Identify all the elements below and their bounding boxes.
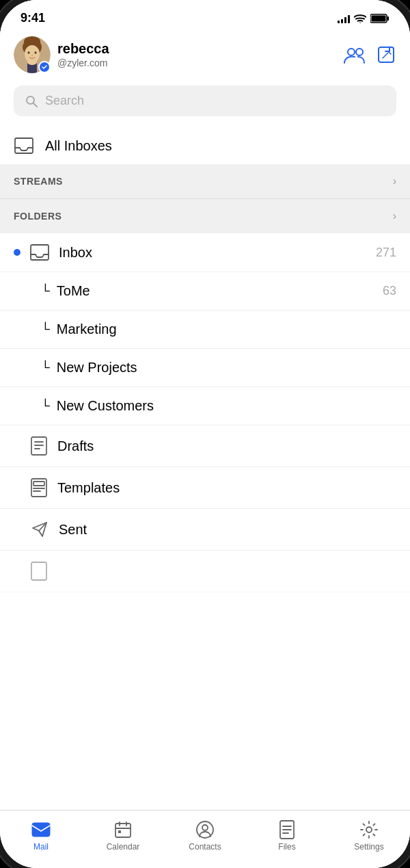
calendar-nav-icon (113, 820, 133, 839)
svg-point-33 (202, 825, 208, 830)
svg-rect-26 (32, 823, 50, 837)
new-customers-label: New Customers (57, 398, 396, 414)
svg-rect-27 (115, 824, 131, 837)
tome-item[interactable]: └ ToMe 63 (0, 272, 410, 311)
files-nav-label: Files (278, 842, 295, 852)
svg-line-16 (389, 52, 391, 54)
svg-rect-3 (372, 15, 386, 21)
folders-label: FOLDERS (14, 211, 62, 222)
svg-point-10 (31, 55, 33, 56)
templates-item[interactable]: Templates (0, 467, 410, 509)
marketing-item[interactable]: └ Marketing (0, 311, 410, 349)
inbox-item[interactable]: Inbox 271 (0, 233, 410, 272)
inbox-label: Inbox (59, 245, 376, 261)
user-info: rebecca @zyler.com (57, 41, 343, 69)
svg-rect-23 (33, 482, 44, 486)
marketing-arrow: └ (41, 322, 50, 337)
nav-contacts[interactable]: Contacts (164, 817, 246, 854)
settings-nav-icon (359, 820, 379, 839)
all-inboxes-label: All Inboxes (45, 138, 112, 154)
wifi-icon (354, 14, 366, 23)
header-actions (343, 44, 396, 65)
new-projects-label: New Projects (57, 360, 396, 376)
status-time: 9:41 (20, 11, 45, 25)
calendar-nav-label: Calendar (107, 842, 140, 852)
compose-icon (376, 44, 396, 65)
contacts-nav-label: Contacts (189, 842, 221, 852)
user-email: @zyler.com (57, 57, 107, 68)
folders-chevron: › (393, 210, 396, 222)
nav-mail[interactable]: Mail (0, 817, 82, 854)
new-customers-arrow: └ (41, 399, 50, 413)
sent-label: Sent (59, 522, 396, 538)
svg-point-35 (366, 827, 372, 832)
sent-icon (30, 520, 49, 539)
inbox-item-icon (30, 244, 49, 261)
search-placeholder: Search (45, 94, 84, 108)
group-icon (343, 45, 365, 64)
tome-label: ToMe (57, 283, 383, 299)
sent-item[interactable]: Sent (0, 509, 410, 551)
search-icon (25, 94, 38, 108)
phone-inner: 9:41 (0, 0, 410, 868)
phone-frame: 9:41 (0, 0, 410, 868)
new-projects-arrow: └ (41, 360, 50, 375)
templates-icon (30, 478, 48, 497)
search-bar[interactable]: Search (14, 86, 396, 116)
partial-icon (30, 562, 48, 581)
svg-rect-25 (31, 562, 46, 580)
svg-point-14 (356, 49, 363, 55)
group-button[interactable] (343, 45, 365, 64)
svg-rect-2 (387, 16, 390, 21)
svg-point-13 (348, 49, 355, 55)
svg-point-8 (28, 51, 30, 54)
drafts-label: Drafts (57, 438, 396, 454)
compose-button[interactable] (376, 44, 396, 65)
templates-label: Templates (57, 480, 396, 496)
svg-point-12 (27, 60, 37, 65)
settings-nav-label: Settings (354, 842, 383, 852)
unread-dot (14, 249, 20, 256)
new-projects-item[interactable]: └ New Projects (0, 349, 410, 387)
nav-files[interactable]: Files (246, 817, 328, 854)
contacts-nav-icon (195, 820, 215, 839)
svg-point-0 (359, 22, 361, 23)
avatar-badge (38, 61, 51, 73)
svg-point-9 (35, 51, 37, 54)
nav-calendar[interactable]: Calendar (82, 817, 164, 854)
streams-chevron: › (393, 175, 396, 187)
svg-line-18 (33, 103, 37, 107)
svg-rect-31 (118, 830, 121, 833)
mail-nav-label: Mail (33, 842, 49, 852)
marketing-label: Marketing (57, 321, 396, 337)
inbox-count: 271 (376, 246, 396, 260)
drafts-icon (30, 436, 48, 456)
avatar[interactable] (14, 36, 51, 73)
streams-label: STREAMS (14, 176, 63, 187)
all-inboxes-item[interactable]: All Inboxes (0, 127, 410, 164)
partial-item (0, 551, 410, 592)
drafts-item[interactable]: Drafts (0, 425, 410, 467)
new-customers-item[interactable]: └ New Customers (0, 387, 410, 425)
tome-arrow: └ (41, 284, 50, 298)
bottom-nav: Mail Calendar (0, 810, 410, 868)
header: rebecca @zyler.com (0, 31, 410, 81)
mail-nav-icon (31, 820, 51, 839)
mail-list: Inbox 271 └ ToMe 63 └ Marketing └ New Pr… (0, 233, 410, 810)
nav-settings[interactable]: Settings (328, 817, 410, 854)
svg-rect-21 (31, 437, 46, 455)
files-nav-icon (277, 820, 297, 839)
tome-count: 63 (383, 284, 396, 298)
status-bar: 9:41 (0, 0, 410, 31)
status-icons (338, 14, 390, 23)
folders-section[interactable]: FOLDERS › (0, 198, 410, 233)
user-name: rebecca (57, 41, 343, 57)
section-group: STREAMS › FOLDERS › (0, 164, 410, 233)
inbox-icon (14, 137, 34, 155)
battery-icon (370, 14, 390, 23)
signal-icon (338, 14, 350, 23)
streams-section[interactable]: STREAMS › (0, 164, 410, 198)
